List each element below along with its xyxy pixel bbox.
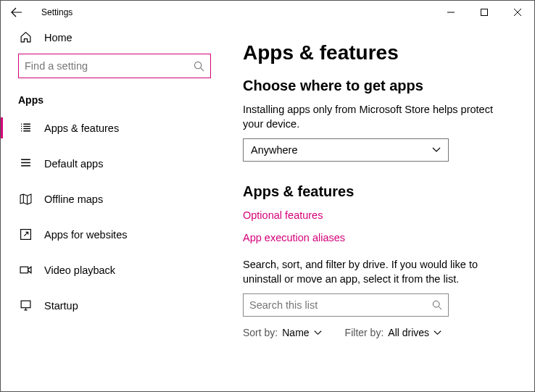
- sidebar-item-apps-features[interactable]: Apps & features: [1, 113, 225, 143]
- sort-by-control[interactable]: Sort by: Name: [243, 327, 322, 338]
- sidebar-item-startup[interactable]: Startup: [1, 291, 225, 320]
- sort-label: Sort by:: [243, 327, 278, 338]
- window-title: Settings: [41, 7, 72, 17]
- chevron-down-icon: [432, 146, 441, 154]
- main-content: Apps & features Choose where to get apps…: [225, 24, 534, 391]
- page-title: Apps & features: [243, 41, 514, 64]
- home-label: Home: [44, 32, 72, 43]
- filter-by-control[interactable]: Filter by: All drives: [345, 327, 441, 338]
- svg-rect-3: [20, 267, 28, 273]
- dropdown-value: Anywhere: [251, 144, 297, 156]
- app-list-search-box[interactable]: [243, 293, 449, 317]
- sidebar-item-video-playback[interactable]: Video playback: [1, 255, 225, 285]
- sidebar-item-label: Offline maps: [44, 193, 103, 205]
- home-button[interactable]: Home: [1, 24, 225, 54]
- choose-apps-heading: Choose where to get apps: [243, 78, 514, 94]
- sidebar-item-default-apps[interactable]: Default apps: [1, 149, 225, 178]
- app-source-dropdown[interactable]: Anywhere: [243, 138, 449, 162]
- arrow-left-icon: [11, 7, 22, 18]
- sidebar-item-label: Apps & features: [44, 122, 119, 134]
- video-icon: [18, 264, 33, 276]
- list-icon: [18, 122, 33, 134]
- sidebar-item-label: Default apps: [44, 158, 103, 170]
- sidebar-item-label: Apps for websites: [44, 229, 127, 241]
- search-icon: [432, 300, 442, 310]
- filter-label: Filter by:: [345, 327, 384, 338]
- sidebar-item-label: Video playback: [44, 264, 115, 276]
- defaults-icon: [18, 157, 33, 170]
- maximize-button[interactable]: [468, 1, 501, 24]
- app-list-search-input[interactable]: [249, 299, 432, 311]
- title-bar: Settings: [1, 1, 534, 24]
- choose-apps-description: Installing apps only from Microsoft Stor…: [243, 103, 504, 131]
- sort-value: Name: [282, 327, 309, 338]
- close-icon: [514, 9, 521, 16]
- sidebar-item-apps-websites[interactable]: Apps for websites: [1, 220, 225, 249]
- settings-search-input[interactable]: [25, 60, 194, 72]
- sidebar-item-offline-maps[interactable]: Offline maps: [1, 184, 225, 214]
- open-icon: [18, 228, 33, 241]
- map-icon: [18, 193, 33, 205]
- apps-features-heading: Apps & features: [243, 183, 514, 200]
- back-button[interactable]: [1, 1, 33, 24]
- filter-value: All drives: [388, 327, 429, 338]
- sidebar-nav: Apps & features Default apps Offline map…: [1, 113, 225, 320]
- minimize-icon: [447, 9, 455, 16]
- settings-search-box[interactable]: [18, 54, 211, 78]
- svg-rect-0: [481, 9, 488, 16]
- chevron-down-icon: [314, 329, 322, 337]
- startup-icon: [18, 299, 33, 312]
- svg-point-1: [194, 62, 201, 68]
- sidebar-item-label: Startup: [44, 300, 78, 312]
- sidebar: Home Apps Apps & features Default apps O…: [1, 24, 225, 391]
- sort-filter-row: Sort by: Name Filter by: All drives: [243, 327, 514, 338]
- chevron-down-icon: [434, 329, 441, 337]
- app-execution-aliases-link[interactable]: App execution aliases: [243, 232, 345, 243]
- close-button[interactable]: [501, 1, 534, 24]
- home-icon: [18, 31, 33, 43]
- filter-description: Search, sort, and filter by drive. If yo…: [243, 258, 504, 286]
- maximize-icon: [481, 9, 488, 16]
- svg-point-5: [433, 301, 439, 308]
- minimize-button[interactable]: [434, 1, 468, 24]
- svg-rect-4: [21, 301, 30, 308]
- search-icon: [194, 61, 204, 72]
- optional-features-link[interactable]: Optional features: [243, 209, 323, 221]
- sidebar-section-header: Apps: [1, 90, 225, 113]
